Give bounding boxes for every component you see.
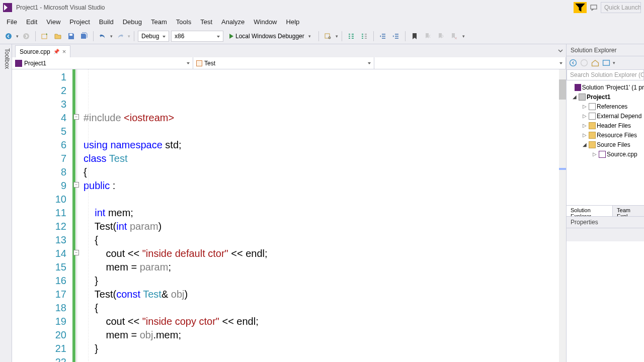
nav-forward-button[interactable] — [21, 31, 32, 42]
prev-bookmark-button[interactable] — [422, 31, 433, 42]
menu-build[interactable]: Build — [95, 16, 118, 28]
tree-folder-node[interactable]: Header Files — [567, 121, 644, 130]
solution-platform-dropdown[interactable]: x86 — [171, 31, 223, 42]
project-icon — [579, 94, 586, 101]
pin-icon[interactable]: 📌 — [53, 49, 59, 54]
menu-view[interactable]: View — [42, 16, 65, 28]
tab-overflow-button[interactable] — [557, 47, 564, 54]
collapse-toggle[interactable]: − — [73, 114, 79, 120]
solution-search-input[interactable]: Search Solution Explorer (Ctrl — [567, 69, 644, 80]
uncomment-button[interactable] — [359, 31, 370, 42]
svg-rect-5 — [325, 34, 330, 38]
code-text[interactable]: #include <iostream>using namespace std;c… — [84, 69, 566, 362]
navigation-bar: Project1 Test — [12, 57, 566, 69]
type-dropdown[interactable]: Test — [193, 57, 374, 69]
menu-help[interactable]: Help — [282, 16, 304, 28]
svg-point-7 — [570, 60, 577, 66]
forward-icon[interactable] — [580, 58, 589, 67]
solution-tree[interactable]: Solution 'Project1' (1 pr Project1 Refer… — [567, 80, 644, 205]
svg-rect-9 — [603, 60, 610, 65]
vs-logo-icon — [3, 3, 12, 12]
start-debugging-button[interactable]: Local Windows Debugger ▾ — [225, 31, 315, 42]
member-dropdown[interactable] — [374, 57, 566, 69]
solution-icon — [575, 84, 581, 91]
solution-explorer-toolbar: ▾ — [567, 56, 644, 69]
side-panel-tabs: Solution Explorer Team Expl — [567, 205, 644, 216]
solution-explorer-title[interactable]: Solution Explorer — [567, 44, 644, 56]
folder-icon — [589, 113, 596, 120]
folder-icon — [589, 103, 596, 110]
folder-icon — [589, 122, 596, 129]
cpp-file-icon — [599, 151, 606, 158]
feedback-icon[interactable] — [588, 2, 599, 13]
bookmark-button[interactable] — [409, 31, 420, 42]
right-side-panel: Solution Explorer ▾ Search Solution Expl… — [566, 44, 644, 362]
tree-folder-node[interactable]: External Depend — [567, 111, 644, 121]
tree-folder-node[interactable]: Source Files — [567, 140, 644, 149]
solution-config-dropdown[interactable]: Debug — [138, 31, 169, 42]
vertical-scrollbar[interactable] — [559, 69, 566, 362]
title-bar: Project1 - Microsoft Visual Studio Quick… — [0, 0, 644, 15]
sync-icon[interactable] — [602, 58, 611, 67]
tree-folder-node[interactable]: Resource Files — [567, 130, 644, 140]
properties-grid — [567, 241, 644, 362]
main-toolbar: ▾ ▾ ▾ Debug x86 Local Windows Debugger ▾… — [0, 28, 644, 44]
svg-point-2 — [23, 33, 29, 39]
comment-button[interactable] — [346, 31, 357, 42]
svg-rect-0 — [591, 5, 597, 9]
svg-rect-3 — [42, 34, 47, 39]
code-editor[interactable]: 12345678910111213141516171819202122 −−− … — [12, 69, 566, 362]
tree-folder-node[interactable]: References — [567, 102, 644, 111]
redo-button[interactable] — [115, 31, 126, 42]
svg-point-1 — [6, 33, 12, 39]
scope-dropdown[interactable]: Project1 — [12, 57, 193, 69]
properties-title[interactable]: Properties — [567, 216, 644, 228]
menu-tools[interactable]: Tools — [172, 16, 196, 28]
new-project-button[interactable] — [39, 31, 50, 42]
svg-point-8 — [581, 60, 588, 66]
close-icon[interactable]: × — [62, 48, 66, 55]
folder-icon — [589, 141, 596, 148]
save-button[interactable] — [65, 31, 76, 42]
notifications-filter-button[interactable] — [574, 2, 587, 13]
toolbox-panel-tab[interactable]: Toolbox — [0, 44, 12, 362]
line-number-gutter: 12345678910111213141516171819202122 — [12, 69, 72, 362]
play-icon — [229, 34, 233, 39]
document-tab-strip: Source.cpp 📌 × — [12, 44, 566, 57]
open-file-button[interactable] — [52, 31, 63, 42]
folder-icon — [589, 132, 596, 139]
back-icon[interactable] — [569, 58, 578, 67]
find-button[interactable] — [323, 31, 334, 42]
menu-project[interactable]: Project — [65, 16, 94, 28]
menu-test[interactable]: Test — [196, 16, 217, 28]
undo-button[interactable] — [97, 31, 108, 42]
nav-back-button[interactable] — [3, 31, 14, 42]
menu-bar: FileEditViewProjectBuildDebugTeamToolsTe… — [0, 15, 644, 28]
project-icon — [15, 60, 22, 67]
decrease-indent-button[interactable] — [377, 31, 388, 42]
quick-launch-input[interactable]: Quick Launch ( — [601, 2, 641, 13]
tab-label: Source.cpp — [20, 48, 50, 55]
clear-bookmarks-button[interactable] — [448, 31, 459, 42]
menu-analyze[interactable]: Analyze — [217, 16, 249, 28]
tree-project-node[interactable]: Project1 — [567, 92, 644, 102]
tree-solution-node[interactable]: Solution 'Project1' (1 pr — [567, 82, 644, 92]
save-all-button[interactable] — [78, 31, 90, 42]
document-tab[interactable]: Source.cpp 📌 × — [15, 45, 70, 57]
menu-window[interactable]: Window — [249, 16, 281, 28]
menu-debug[interactable]: Debug — [118, 16, 146, 28]
home-icon[interactable] — [591, 58, 600, 67]
increase-indent-button[interactable] — [390, 31, 401, 42]
outlining-margin[interactable]: −−− — [75, 69, 84, 362]
tree-file-node[interactable]: Source.cpp — [567, 149, 644, 159]
class-icon — [196, 60, 202, 66]
tab-solution-explorer[interactable]: Solution Explorer — [567, 206, 613, 216]
menu-file[interactable]: File — [2, 16, 22, 28]
menu-edit[interactable]: Edit — [22, 16, 42, 28]
collapse-toggle[interactable]: − — [73, 182, 79, 188]
menu-team[interactable]: Team — [146, 16, 172, 28]
tab-team-explorer[interactable]: Team Expl — [613, 206, 644, 216]
collapse-toggle[interactable]: − — [73, 250, 79, 255]
next-bookmark-button[interactable] — [435, 31, 446, 42]
properties-toolbar: AZ — [567, 228, 644, 241]
